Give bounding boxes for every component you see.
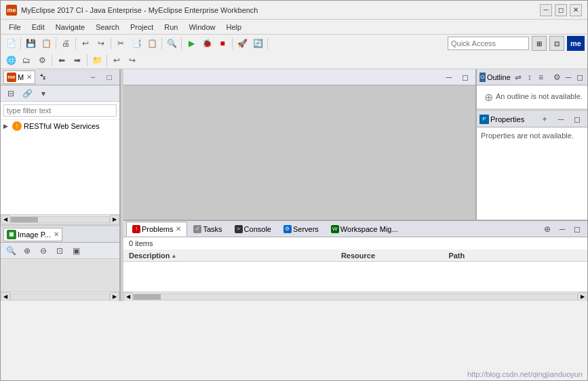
image-scroll-right[interactable]: ▶: [110, 292, 119, 302]
explorer-scrollbar[interactable]: ◀ ▶: [1, 214, 119, 224]
image-scrollbar[interactable]: ◀ ▶: [1, 292, 119, 301]
tb-run-button[interactable]: ▶: [184, 36, 199, 51]
outline-minimize-button[interactable]: ─: [564, 70, 574, 85]
tb-save-button[interactable]: 💾: [23, 36, 38, 51]
menu-help[interactable]: Help: [221, 20, 248, 35]
filter-input[interactable]: [3, 104, 117, 117]
tb-debug-button[interactable]: 🐞: [199, 36, 214, 51]
editor-content[interactable]: [123, 85, 475, 220]
tab-tasks[interactable]: ✓ Tasks: [187, 222, 228, 237]
menu-edit[interactable]: Edit: [26, 20, 50, 35]
perspective-button-2[interactable]: ⊡: [549, 36, 564, 51]
tb2-btn1[interactable]: 🌐: [3, 53, 18, 68]
bottom-track[interactable]: [133, 294, 578, 300]
tb-paste-button[interactable]: 📋: [144, 36, 159, 51]
image-btn5[interactable]: ▣: [68, 243, 83, 258]
explorer-minimize-button[interactable]: −: [85, 70, 100, 85]
bottom-maximize-button[interactable]: ◻: [570, 222, 585, 237]
collapse-all-button[interactable]: ⊟: [3, 86, 18, 101]
bottom-panel-extra[interactable]: ⊕: [540, 222, 555, 237]
tb-deploy-button[interactable]: 🚀: [235, 36, 250, 51]
tb2-btn8[interactable]: ↪: [125, 53, 140, 68]
bottom-scrollbar[interactable]: ◀ ▶: [123, 292, 587, 301]
col-path[interactable]: Path: [446, 252, 587, 260]
image-btn2[interactable]: ⊕: [20, 243, 35, 258]
outline-sort-button[interactable]: ↕: [524, 70, 534, 85]
tb2-btn2[interactable]: 🗂: [19, 53, 34, 68]
tab-problems[interactable]: ! Problems ✕: [126, 222, 187, 237]
col-description[interactable]: Description ▲: [123, 252, 338, 260]
minimize-window-button[interactable]: ─: [540, 4, 552, 16]
col-resource[interactable]: Resource: [338, 252, 446, 260]
explorer-maximize-button[interactable]: □: [102, 70, 117, 85]
props-maximize-button[interactable]: ◻: [570, 112, 585, 127]
scrollbar-track[interactable]: [10, 216, 110, 223]
scroll-left-button[interactable]: ◀: [1, 215, 10, 224]
editor-minimize-button[interactable]: ─: [442, 70, 456, 85]
link-editor-button[interactable]: 🔗: [20, 86, 35, 101]
perspective-button-1[interactable]: ⊞: [532, 36, 547, 51]
explorer-tab-me[interactable]: me M ✕: [3, 71, 35, 84]
menu-navigate[interactable]: Navigate: [50, 20, 90, 35]
tb2-btn4[interactable]: ⬅: [54, 53, 69, 68]
tb-stop-button[interactable]: ■: [215, 36, 230, 51]
bottom-scroll-left[interactable]: ◀: [123, 292, 133, 302]
bottom-scroll-right[interactable]: ▶: [578, 292, 587, 302]
restore-window-button[interactable]: ◻: [555, 4, 567, 16]
explorer-me-close[interactable]: ✕: [26, 73, 32, 81]
image-track[interactable]: [10, 294, 110, 300]
menu-file[interactable]: File: [3, 20, 26, 35]
tb-refresh-button[interactable]: 🔄: [250, 36, 265, 51]
me-perspective-badge[interactable]: me: [567, 36, 585, 51]
image-btn1[interactable]: 🔍: [3, 243, 18, 258]
tb-cut-button[interactable]: ✂: [113, 36, 128, 51]
explorer-tab-2[interactable]: ⁴₂: [37, 71, 49, 83]
tb-print-button[interactable]: 🖨: [58, 36, 73, 51]
outline-maximize-button[interactable]: ◻: [574, 70, 585, 85]
tb-search-button[interactable]: 🔍: [164, 36, 179, 51]
bottom-minimize-button[interactable]: ─: [555, 222, 570, 237]
toolbar-more-button[interactable]: ▾: [36, 86, 51, 101]
quick-access-input[interactable]: [448, 37, 529, 50]
explorer-panel: me M ✕ ⁴₂ − □ ⊟ 🔗 ▾: [1, 69, 119, 224]
tb2-btn6[interactable]: 📁: [90, 53, 104, 68]
outline-settings-button[interactable]: ⚙: [552, 70, 562, 85]
image-panel-close[interactable]: ✕: [54, 230, 59, 238]
props-minimize-button[interactable]: ─: [553, 112, 568, 127]
tb2-btn7[interactable]: ↩: [109, 53, 124, 68]
scroll-right-button[interactable]: ▶: [110, 215, 119, 224]
menu-project[interactable]: Project: [125, 20, 159, 35]
tab-workspace-mig[interactable]: W Workspace Mig...: [325, 222, 404, 237]
props-new-button[interactable]: +: [537, 112, 552, 127]
outline-sync-button[interactable]: ⇌: [513, 70, 524, 85]
sort-arrow-icon: ▲: [172, 253, 177, 259]
tb-copy-button[interactable]: 📑: [129, 36, 144, 51]
tree-item-restful[interactable]: ▶ ! RESTful Web Services: [1, 120, 119, 132]
scrollbar-thumb[interactable]: [11, 217, 38, 222]
image-btn4[interactable]: ⊡: [52, 243, 67, 258]
tb-redo-button[interactable]: ↪: [94, 36, 109, 51]
editor-maximize-button[interactable]: ◻: [458, 70, 473, 85]
menu-window[interactable]: Window: [183, 20, 220, 35]
tab-console[interactable]: > Console: [229, 222, 277, 237]
menu-search[interactable]: Search: [90, 20, 125, 35]
outline-filter-button[interactable]: ≡: [536, 70, 546, 85]
tb-new-button[interactable]: 📄: [3, 36, 18, 51]
close-window-button[interactable]: ✕: [570, 4, 582, 16]
tb-save-all-button[interactable]: 📋: [39, 36, 54, 51]
outline-extra-button[interactable]: ⊕: [481, 89, 496, 104]
explorer-panel-header: me M ✕ ⁴₂ − □: [1, 69, 119, 85]
tab-servers[interactable]: ⚙ Servers: [277, 222, 325, 237]
tb2-btn3[interactable]: ⚙: [35, 53, 50, 68]
bottom-thumb[interactable]: [134, 294, 161, 300]
problems-tab-close[interactable]: ✕: [176, 225, 181, 233]
image-panel-tab[interactable]: ▣ Image P... ✕: [3, 228, 62, 241]
tb2-btn5[interactable]: ➡: [70, 53, 85, 68]
image-scroll-left[interactable]: ◀: [1, 292, 10, 302]
tb-undo-button[interactable]: ↩: [78, 36, 93, 51]
menu-run[interactable]: Run: [159, 20, 183, 35]
explorer-me-icon: me: [7, 73, 16, 82]
menu-bar: File Edit Navigate Search Project Run Wi…: [1, 20, 587, 35]
image-btn3[interactable]: ⊖: [36, 243, 51, 258]
editor-panel: ─ ◻: [123, 69, 475, 220]
